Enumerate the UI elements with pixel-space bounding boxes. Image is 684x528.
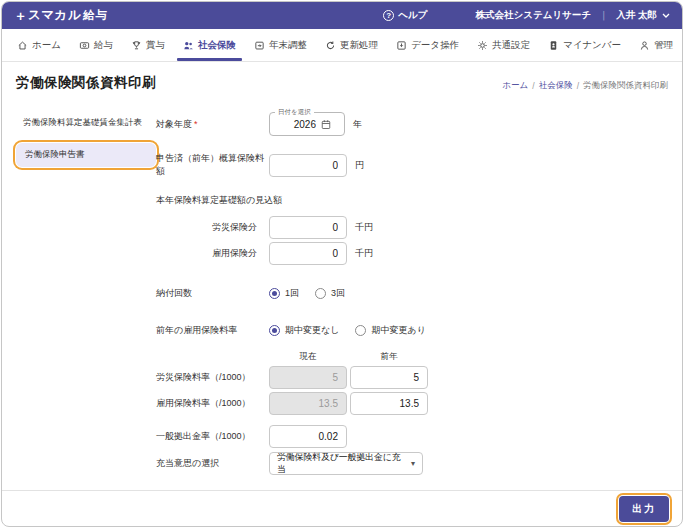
content-area: 労働保険料算定基礎賃金集計表 労働保険申告書 対象年度* 日付を選択 年 xyxy=(2,94,682,490)
rate-table-header: 現在 前年 xyxy=(269,351,668,363)
bonus-icon xyxy=(131,40,142,51)
koyou-estimate-row: 雇用保険分 千円 xyxy=(156,242,668,265)
radio-midterm-change[interactable]: 期中変更あり xyxy=(355,324,425,337)
main-nav: ホーム 給与 賞与 社会保険 年末調整 更新処理 データ操作 共通設定 xyxy=(2,29,682,62)
user-menu[interactable]: 入井 太郎 xyxy=(616,9,670,22)
declared-amount-input[interactable] xyxy=(269,154,347,177)
koyou-estimate-label: 雇用保険分 xyxy=(156,247,269,260)
labor-insurance-form: 対象年度* 日付を選択 年 申告済（前年）概算保険料額 円 本年保険料算定基礎額… xyxy=(156,102,668,490)
nav-settings[interactable]: 共通設定 xyxy=(468,29,539,61)
radio-selected-icon xyxy=(269,325,280,336)
help-button[interactable]: ? ヘルプ xyxy=(383,9,427,22)
radio-1-time[interactable]: 1回 xyxy=(269,287,299,300)
nav-data-operation[interactable]: データ操作 xyxy=(387,29,468,61)
sidebar-item-insurance-declaration[interactable]: 労働保険申告書 xyxy=(16,143,156,167)
sidebar-item-wage-summary[interactable]: 労働保険料算定基礎賃金集計表 xyxy=(16,112,156,134)
radio-selected-icon xyxy=(269,288,280,299)
koyou-estimate-input[interactable] xyxy=(269,242,347,265)
general-contribution-row: 一般拠出金率（/1000） xyxy=(156,425,668,448)
payment-count-radio-group: 1回 3回 xyxy=(269,287,345,300)
nav-bonus[interactable]: 賞与 xyxy=(122,29,174,61)
my-number-icon xyxy=(548,40,559,51)
rosai-rate-current-input xyxy=(269,366,347,389)
rosai-rate-previous-input[interactable] xyxy=(350,366,428,389)
radio-unselected-icon xyxy=(315,288,326,299)
koyou-rate-row: 雇用保険料率（/1000） xyxy=(156,392,668,415)
admin-icon xyxy=(639,40,650,51)
footer-bar: 出力 xyxy=(2,490,682,526)
top-bar-right: ? ヘルプ 株式会社システムリサーチ ｜ 入井 太郎 xyxy=(383,9,670,22)
settings-icon xyxy=(477,40,488,51)
social-insurance-icon xyxy=(183,40,194,51)
breadcrumb-home[interactable]: ホーム xyxy=(502,80,528,92)
logo-brand-text: スマカル xyxy=(28,7,81,24)
estimate-section-label: 本年保険料算定基礎額の見込額 xyxy=(156,194,668,207)
header-divider: ｜ xyxy=(599,9,608,22)
payment-count-row: 納付回数 1回 3回 xyxy=(156,287,668,300)
koyou-rate-current-input xyxy=(269,392,347,415)
declared-amount-label: 申告済（前年）概算保険料額 xyxy=(156,152,269,178)
appropriation-select[interactable]: 労働保険料及び一般拠出金に充当 ▾ xyxy=(269,452,423,475)
target-year-datepicker[interactable]: 日付を選択 xyxy=(269,112,345,136)
target-year-label: 対象年度* xyxy=(156,118,269,131)
nav-salary[interactable]: 給与 xyxy=(70,29,122,61)
koyou-rate-label: 雇用保険料率（/1000） xyxy=(156,397,269,410)
calendar-icon[interactable] xyxy=(321,119,331,130)
app-logo[interactable]: ＋ スマカル 給与 xyxy=(14,7,107,25)
title-row: 労働保険関係資料印刷 ホーム / 社会保険 / 労働保険関係資料印刷 xyxy=(2,62,682,94)
required-asterisk: * xyxy=(194,119,198,129)
appropriation-selected-value: 労働保険料及び一般拠出金に充当 xyxy=(277,452,407,476)
declared-amount-row: 申告済（前年）概算保険料額 円 xyxy=(156,152,668,178)
home-icon xyxy=(17,40,28,51)
col-header-current: 現在 xyxy=(269,351,347,363)
app-window: ＋ スマカル 給与 ? ヘルプ 株式会社システムリサーチ ｜ 入井 太郎 ホーム xyxy=(1,1,683,527)
nav-home[interactable]: ホーム xyxy=(8,29,70,61)
help-icon: ? xyxy=(383,10,394,21)
prev-employment-rate-row: 前年の雇用保険料率 期中変更なし 期中変更あり xyxy=(156,324,668,337)
rosai-estimate-label: 労災保険分 xyxy=(156,221,269,234)
rosai-rate-row: 労災保険料率（/1000） xyxy=(156,366,668,389)
prev-employment-rate-label: 前年の雇用保険料率 xyxy=(156,324,269,337)
year-end-adjustment-icon xyxy=(254,40,265,51)
logo-plus-icon: ＋ xyxy=(14,7,27,25)
thousand-yen-unit: 千円 xyxy=(355,221,373,234)
rosai-estimate-row: 労災保険分 千円 xyxy=(156,216,668,239)
appropriation-label: 充当意思の選択 xyxy=(156,457,269,470)
prev-rate-radio-group: 期中変更なし 期中変更あり xyxy=(269,324,426,337)
chevron-down-icon xyxy=(662,13,670,18)
breadcrumb-social-insurance[interactable]: 社会保険 xyxy=(539,80,573,92)
radio-unselected-icon xyxy=(355,325,366,336)
sidebar: 労働保険料算定基礎賃金集計表 労働保険申告書 xyxy=(16,102,156,490)
year-unit: 年 xyxy=(353,118,362,131)
breadcrumb-current: 労働保険関係資料印刷 xyxy=(583,80,668,92)
yen-unit: 円 xyxy=(355,159,364,172)
target-year-input[interactable] xyxy=(272,119,316,130)
radio-no-midterm-change[interactable]: 期中変更なし xyxy=(269,324,339,337)
breadcrumb-separator: / xyxy=(532,81,534,91)
logo-suffix-text: 給与 xyxy=(83,8,107,23)
company-name: 株式会社システムリサーチ xyxy=(475,9,591,22)
general-contribution-input[interactable] xyxy=(269,425,347,448)
user-name: 入井 太郎 xyxy=(616,9,657,22)
page-title: 労働保険関係資料印刷 xyxy=(16,74,156,92)
salary-icon xyxy=(79,40,90,51)
nav-social-insurance[interactable]: 社会保険 xyxy=(174,29,245,61)
breadcrumb-separator: / xyxy=(577,81,579,91)
select-caret-icon: ▾ xyxy=(411,459,415,468)
top-bar: ＋ スマカル 給与 ? ヘルプ 株式会社システムリサーチ ｜ 入井 太郎 xyxy=(2,2,682,29)
breadcrumb: ホーム / 社会保険 / 労働保険関係資料印刷 xyxy=(502,80,668,92)
help-label: ヘルプ xyxy=(398,9,427,22)
general-contribution-label: 一般拠出金率（/1000） xyxy=(156,430,269,443)
output-button[interactable]: 出力 xyxy=(619,496,669,522)
koyou-rate-previous-input[interactable] xyxy=(350,392,428,415)
nav-admin[interactable]: 管理 xyxy=(630,29,682,61)
rosai-rate-label: 労災保険料率（/1000） xyxy=(156,371,269,384)
nav-year-end-adjustment[interactable]: 年末調整 xyxy=(245,29,316,61)
target-year-row: 対象年度* 日付を選択 年 xyxy=(156,112,668,136)
rosai-estimate-input[interactable] xyxy=(269,216,347,239)
nav-my-number[interactable]: マイナンバー xyxy=(539,29,630,61)
nav-update[interactable]: 更新処理 xyxy=(316,29,387,61)
col-header-previous: 前年 xyxy=(350,351,428,363)
radio-3-times[interactable]: 3回 xyxy=(315,287,345,300)
datepicker-floating-label: 日付を選択 xyxy=(275,108,314,117)
